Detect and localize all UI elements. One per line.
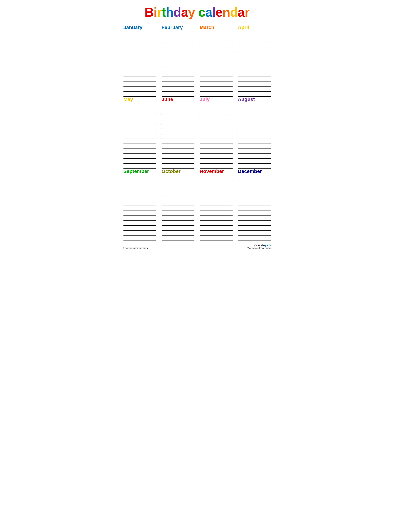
line-item[interactable] — [238, 149, 271, 154]
line-item[interactable] — [238, 62, 271, 67]
line-item[interactable] — [124, 72, 156, 77]
line-item[interactable] — [124, 129, 156, 134]
line-item[interactable] — [162, 124, 194, 129]
line-item[interactable] — [124, 134, 156, 139]
line-item[interactable] — [200, 176, 233, 181]
line-item[interactable] — [162, 129, 194, 134]
line-item[interactable] — [162, 77, 194, 82]
line-item[interactable] — [238, 226, 271, 231]
line-item[interactable] — [162, 164, 194, 168]
line-item[interactable] — [200, 72, 233, 77]
line-item[interactable] — [238, 186, 271, 191]
line-item[interactable] — [200, 134, 233, 139]
line-item[interactable] — [200, 164, 233, 168]
line-item[interactable] — [124, 32, 156, 37]
line-item[interactable] — [200, 196, 233, 201]
line-item[interactable] — [124, 201, 156, 206]
line-item[interactable] — [162, 149, 194, 154]
line-item[interactable] — [162, 47, 194, 52]
line-item[interactable] — [124, 67, 156, 72]
line-item[interactable] — [162, 32, 194, 37]
line-item[interactable] — [124, 186, 156, 191]
line-item[interactable] — [200, 206, 233, 211]
line-item[interactable] — [124, 92, 156, 96]
line-item[interactable] — [238, 47, 271, 52]
line-item[interactable] — [124, 191, 156, 196]
line-item[interactable] — [200, 77, 233, 82]
line-item[interactable] — [200, 37, 233, 42]
line-item[interactable] — [124, 216, 156, 221]
line-item[interactable] — [124, 181, 156, 186]
line-item[interactable] — [200, 231, 233, 236]
line-item[interactable] — [162, 92, 194, 96]
line-item[interactable] — [200, 119, 233, 124]
line-item[interactable] — [124, 221, 156, 226]
line-item[interactable] — [124, 77, 156, 82]
line-item[interactable] — [162, 114, 194, 119]
line-item[interactable] — [200, 144, 233, 149]
line-item[interactable] — [238, 154, 271, 159]
line-item[interactable] — [162, 226, 194, 231]
line-item[interactable] — [162, 139, 194, 144]
line-item[interactable] — [200, 216, 233, 221]
line-item[interactable] — [238, 216, 271, 221]
line-item[interactable] — [124, 144, 156, 149]
line-item[interactable] — [200, 57, 233, 62]
line-item[interactable] — [238, 129, 271, 134]
line-item[interactable] — [200, 149, 233, 154]
line-item[interactable] — [238, 159, 271, 164]
line-item[interactable] — [238, 87, 271, 92]
line-item[interactable] — [238, 77, 271, 82]
line-item[interactable] — [162, 57, 194, 62]
line-item[interactable] — [162, 221, 194, 226]
line-item[interactable] — [238, 92, 271, 96]
line-item[interactable] — [124, 109, 156, 114]
line-item[interactable] — [124, 62, 156, 67]
line-item[interactable] — [124, 119, 156, 124]
line-item[interactable] — [124, 104, 156, 109]
line-item[interactable] — [162, 82, 194, 87]
line-item[interactable] — [162, 196, 194, 201]
line-item[interactable] — [238, 67, 271, 72]
line-item[interactable] — [200, 62, 233, 67]
line-item[interactable] — [162, 42, 194, 47]
line-item[interactable] — [162, 144, 194, 149]
line-item[interactable] — [124, 57, 156, 62]
line-item[interactable] — [162, 206, 194, 211]
line-item[interactable] — [238, 104, 271, 109]
line-item[interactable] — [238, 119, 271, 124]
line-item[interactable] — [238, 236, 271, 240]
line-item[interactable] — [200, 104, 233, 109]
line-item[interactable] — [162, 134, 194, 139]
line-item[interactable] — [200, 139, 233, 144]
line-item[interactable] — [124, 164, 156, 168]
line-item[interactable] — [200, 114, 233, 119]
line-item[interactable] — [238, 139, 271, 144]
line-item[interactable] — [124, 37, 156, 42]
line-item[interactable] — [200, 47, 233, 52]
line-item[interactable] — [162, 104, 194, 109]
line-item[interactable] — [162, 181, 194, 186]
line-item[interactable] — [238, 37, 271, 42]
line-item[interactable] — [200, 159, 233, 164]
line-item[interactable] — [200, 82, 233, 87]
line-item[interactable] — [200, 87, 233, 92]
line-item[interactable] — [162, 119, 194, 124]
line-item[interactable] — [162, 72, 194, 77]
line-item[interactable] — [162, 62, 194, 67]
line-item[interactable] — [162, 231, 194, 236]
line-item[interactable] — [200, 92, 233, 96]
line-item[interactable] — [124, 211, 156, 216]
line-item[interactable] — [200, 181, 233, 186]
line-item[interactable] — [124, 196, 156, 201]
line-item[interactable] — [200, 52, 233, 57]
line-item[interactable] — [124, 176, 156, 181]
line-item[interactable] — [238, 196, 271, 201]
line-item[interactable] — [200, 109, 233, 114]
line-item[interactable] — [162, 191, 194, 196]
line-item[interactable] — [238, 72, 271, 77]
line-item[interactable] — [200, 191, 233, 196]
line-item[interactable] — [238, 144, 271, 149]
line-item[interactable] — [200, 154, 233, 159]
line-item[interactable] — [238, 82, 271, 87]
